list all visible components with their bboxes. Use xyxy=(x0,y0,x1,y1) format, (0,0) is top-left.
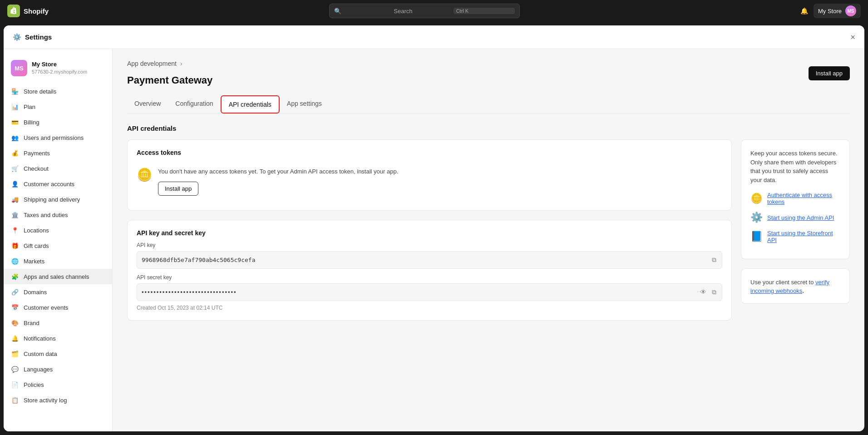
access-tokens-card: Access tokens 🪙 You don't have any acces… xyxy=(127,139,732,211)
shipping-icon: 🚚 xyxy=(11,195,19,203)
sidebar-item-checkout[interactable]: 🛒Checkout xyxy=(4,161,112,176)
sidebar-item-label-billing: Billing xyxy=(24,119,39,126)
nav-list: 🏪Store details📊Plan💳Billing👥Users and pe… xyxy=(4,84,112,408)
main-cards-column: Access tokens 🪙 You don't have any acces… xyxy=(127,139,732,321)
store-header: MS My Store 577630-2.myshopify.com xyxy=(4,56,112,84)
created-timestamp: Created Oct 15, 2023 at 02:14 UTC xyxy=(137,305,722,311)
policies-icon: 📄 xyxy=(11,381,19,389)
activity-icon: 📋 xyxy=(11,396,19,404)
sidebar-item-shipping-delivery[interactable]: 🚚Shipping and delivery xyxy=(4,192,112,207)
sidebar-store-domain: 577630-2.myshopify.com xyxy=(32,69,87,75)
sidebar-item-apps-sales-channels[interactable]: 🧩Apps and sales channels xyxy=(4,269,112,284)
side-link-icon-0: 🪙 xyxy=(750,193,763,204)
billing-icon: 💳 xyxy=(11,118,19,126)
sidebar-item-label-shipping-delivery: Shipping and delivery xyxy=(24,196,80,203)
sidebar-item-locations[interactable]: 📍Locations xyxy=(4,222,112,238)
side-link-2[interactable]: Start using the Storefront API xyxy=(767,230,840,243)
side-link-row-1: ⚙️Start using the Admin API xyxy=(750,212,840,223)
shopify-logo: Shopify xyxy=(7,5,49,17)
access-token-info-text: Keep your access tokens secure. Only sha… xyxy=(750,149,840,184)
sidebar-item-policies[interactable]: 📄Policies xyxy=(4,377,112,392)
sidebar-store-name: My Store xyxy=(32,61,87,69)
cards-row: Access tokens 🪙 You don't have any acces… xyxy=(127,139,850,321)
sidebar-item-label-customer-accounts: Customer accounts xyxy=(24,181,74,188)
custom-data-icon: 🗂️ xyxy=(11,350,19,358)
shopify-logo-text: Shopify xyxy=(24,7,49,15)
customer-events-icon: 📅 xyxy=(11,303,19,311)
brand-icon: 🎨 xyxy=(11,319,19,327)
sidebar-item-customer-accounts[interactable]: 👤Customer accounts xyxy=(4,176,112,192)
markets-icon: 🌐 xyxy=(11,257,19,265)
search-icon: 🔍 xyxy=(334,8,390,15)
notifications-icon: 🔔 xyxy=(11,334,19,342)
tab-app-settings[interactable]: App settings xyxy=(280,95,329,114)
settings-window: ⚙️ Settings × MS My Store 577630-2.mysho… xyxy=(4,25,864,431)
api-credentials-section-title: API credentials xyxy=(127,124,850,132)
breadcrumb-parent[interactable]: App development xyxy=(127,60,177,67)
sidebar-item-label-store-details: Store details xyxy=(24,88,56,95)
sidebar-item-gift-cards[interactable]: 🎁Gift cards xyxy=(4,238,112,253)
sidebar-item-label-custom-data: Custom data xyxy=(24,351,57,357)
close-button[interactable]: × xyxy=(850,33,855,41)
token-coin-icon: 🪙 xyxy=(137,167,153,182)
sidebar-item-label-payments: Payments xyxy=(24,150,50,157)
sidebar: MS My Store 577630-2.myshopify.com 🏪Stor… xyxy=(4,49,113,431)
secret-key-label: API secret key xyxy=(137,274,722,281)
sidebar-item-taxes-duties[interactable]: 🏛️Taxes and duties xyxy=(4,207,112,222)
sidebar-item-store-activity-log[interactable]: 📋Store activity log xyxy=(4,392,112,408)
sidebar-item-label-customer-events: Customer events xyxy=(24,304,68,311)
sidebar-item-store-details[interactable]: 🏪Store details xyxy=(4,84,112,99)
store-name-topbar: My Store xyxy=(818,8,842,15)
sidebar-item-custom-data[interactable]: 🗂️Custom data xyxy=(4,346,112,361)
sidebar-item-label-apps-sales-channels: Apps and sales channels xyxy=(24,273,89,280)
tab-overview[interactable]: Overview xyxy=(127,95,168,114)
side-link-0[interactable]: Authenticate with access tokens xyxy=(767,192,840,205)
page-header: App development › Payment Gateway Instal… xyxy=(127,60,850,86)
sidebar-item-notifications[interactable]: 🔔Notifications xyxy=(4,331,112,346)
checkout-icon: 🛒 xyxy=(11,164,19,173)
sidebar-item-brand[interactable]: 🎨Brand xyxy=(4,315,112,331)
secret-key-dots: •••••••••••••••••••••••••••••••• xyxy=(142,289,695,296)
search-bar[interactable]: 🔍 Search Ctrl K xyxy=(329,4,520,18)
token-empty-state: 🪙 You don't have any access tokens yet. … xyxy=(137,162,722,201)
page-title: Payment Gateway xyxy=(127,74,212,86)
locations-icon: 📍 xyxy=(11,226,19,234)
access-tokens-title: Access tokens xyxy=(137,149,722,156)
sidebar-item-label-brand: Brand xyxy=(24,320,39,326)
plan-icon: 📊 xyxy=(11,103,19,111)
window-titlebar: ⚙️ Settings × xyxy=(4,25,864,49)
tab-configuration[interactable]: Configuration xyxy=(168,95,220,114)
settings-gear-icon: ⚙️ xyxy=(13,33,21,41)
sidebar-item-billing[interactable]: 💳Billing xyxy=(4,114,112,130)
install-app-button-card[interactable]: Install app xyxy=(158,182,198,196)
api-key-label: API key xyxy=(137,242,722,248)
apps-icon: 🧩 xyxy=(11,272,19,281)
store-icon: 🏪 xyxy=(11,87,19,95)
side-link-row-2: 📘Start using the Storefront API xyxy=(750,230,840,243)
token-empty-text: You don't have any access tokens yet. To… xyxy=(158,167,398,176)
sidebar-item-domains[interactable]: 🔗Domains xyxy=(4,284,112,300)
notification-bell-icon[interactable]: 🔔 xyxy=(800,7,808,15)
side-links-list: 🪙Authenticate with access tokens⚙️Start … xyxy=(750,192,840,243)
reveal-secret-key-button[interactable]: 👁 xyxy=(699,287,707,297)
sidebar-item-plan[interactable]: 📊Plan xyxy=(4,99,112,114)
sidebar-item-customer-events[interactable]: 📅Customer events xyxy=(4,300,112,315)
install-app-button-top[interactable]: Install app xyxy=(809,66,850,80)
gift-icon: 🎁 xyxy=(11,242,19,250)
copy-api-key-button[interactable]: ⧉ xyxy=(711,255,717,265)
sidebar-item-label-locations: Locations xyxy=(24,227,49,234)
sidebar-item-payments[interactable]: 💰Payments xyxy=(4,145,112,161)
search-placeholder: Search xyxy=(394,8,449,15)
sidebar-item-label-languages: Languages xyxy=(24,366,53,373)
sidebar-item-languages[interactable]: 💬Languages xyxy=(4,361,112,377)
sidebar-item-users-permissions[interactable]: 👥Users and permissions xyxy=(4,130,112,145)
side-link-icon-2: 📘 xyxy=(750,231,763,242)
tab-api-credentials[interactable]: API credentials xyxy=(221,95,280,114)
store-pill[interactable]: My Store MS xyxy=(814,4,861,18)
sidebar-item-label-taxes-duties: Taxes and duties xyxy=(24,212,68,218)
sidebar-item-markets[interactable]: 🌐Markets xyxy=(4,253,112,269)
side-link-1[interactable]: Start using the Admin API xyxy=(767,214,834,221)
window-title-text: Settings xyxy=(25,33,52,41)
copy-secret-key-button[interactable]: ⧉ xyxy=(711,287,717,297)
sidebar-item-label-store-activity-log: Store activity log xyxy=(24,397,67,404)
